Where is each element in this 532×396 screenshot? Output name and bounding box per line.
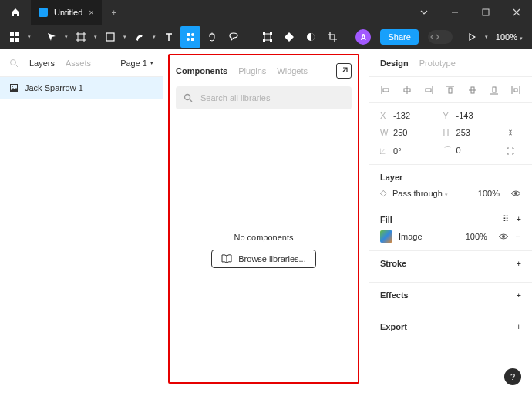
- layer-opacity[interactable]: 100%: [478, 189, 500, 198]
- svg-rect-10: [191, 38, 194, 41]
- book-icon: [221, 254, 232, 263]
- h-value[interactable]: 253: [456, 128, 470, 137]
- blend-mode[interactable]: Pass through ▾: [392, 189, 448, 198]
- svg-rect-5: [15, 38, 19, 42]
- tab-layers[interactable]: Layers: [29, 59, 55, 68]
- align-top-icon[interactable]: [445, 86, 456, 95]
- present-button[interactable]: ▾: [462, 26, 490, 48]
- avatar-initial: A: [361, 33, 366, 42]
- help-button[interactable]: ?: [504, 368, 521, 385]
- frame-tool[interactable]: ▾: [71, 26, 99, 48]
- align-vcenter-icon[interactable]: [467, 86, 478, 95]
- tab-assets[interactable]: Assets: [66, 59, 91, 68]
- zoom-level[interactable]: 100% ▾: [491, 32, 527, 42]
- layer-row-selected[interactable]: Jack Sparrow 1: [0, 77, 163, 99]
- fill-visibility-icon[interactable]: [498, 233, 509, 240]
- search-icon: [184, 93, 193, 102]
- distribute-icon[interactable]: [510, 86, 521, 95]
- blend-icon[interactable]: ◇: [380, 188, 386, 198]
- rotation-value[interactable]: 0°: [393, 146, 402, 156]
- layer-name: Jack Sparrow 1: [25, 83, 83, 92]
- edit-object-icon[interactable]: [258, 26, 278, 48]
- align-controls[interactable]: [369, 77, 532, 103]
- align-right-icon[interactable]: [423, 86, 434, 95]
- image-icon: [9, 83, 19, 92]
- remove-fill-icon[interactable]: −: [515, 231, 521, 242]
- svg-rect-13: [270, 32, 272, 35]
- independent-corners-icon[interactable]: [506, 146, 521, 156]
- svg-rect-24: [383, 89, 389, 92]
- constrain-icon[interactable]: [506, 128, 521, 137]
- avatar[interactable]: A: [355, 29, 371, 45]
- svg-point-8: [191, 33, 194, 36]
- align-hcenter-icon[interactable]: [402, 86, 412, 95]
- figma-favicon: [39, 8, 48, 17]
- w-value[interactable]: 250: [393, 128, 407, 137]
- svg-rect-11: [264, 34, 271, 40]
- svg-rect-15: [270, 39, 272, 42]
- tab-plugins[interactable]: Plugins: [238, 66, 266, 76]
- svg-rect-3: [15, 32, 19, 36]
- tab-components[interactable]: Components: [176, 66, 227, 76]
- effects-section-label: Effects: [380, 290, 409, 300]
- resources-tool[interactable]: [180, 26, 200, 48]
- comment-tool[interactable]: [224, 26, 244, 48]
- svg-rect-6: [106, 33, 114, 41]
- fill-swatch[interactable]: [380, 230, 392, 243]
- align-bottom-icon[interactable]: [489, 86, 500, 95]
- svg-point-17: [11, 59, 16, 65]
- svg-point-20: [12, 86, 13, 87]
- svg-point-39: [502, 235, 505, 238]
- tab-untitled[interactable]: Untitled ×: [31, 0, 102, 25]
- fill-opacity[interactable]: 100%: [466, 232, 487, 241]
- svg-line-18: [15, 65, 18, 67]
- fill-type[interactable]: Image: [399, 232, 423, 241]
- window-chevron-icon[interactable]: [409, 8, 439, 16]
- chevron-down-icon: ▾: [485, 34, 488, 40]
- window-close-icon[interactable]: [501, 8, 532, 16]
- home-button[interactable]: [0, 7, 31, 18]
- layer-section-label: Layer: [380, 173, 402, 182]
- export-section-label: Export: [380, 322, 407, 331]
- create-component-icon[interactable]: [279, 26, 299, 48]
- new-tab-button[interactable]: +: [102, 8, 126, 17]
- tab-widgets[interactable]: Widgets: [277, 66, 308, 76]
- popout-icon[interactable]: [336, 63, 352, 79]
- shape-tool[interactable]: ▾: [100, 26, 128, 48]
- chevron-down-icon: ▾: [65, 34, 68, 40]
- tab-title: Untitled: [54, 8, 82, 17]
- search-icon[interactable]: [9, 59, 19, 68]
- window-maximize-icon[interactable]: [470, 8, 501, 16]
- y-value[interactable]: -143: [456, 111, 473, 120]
- add-export-icon[interactable]: +: [517, 322, 521, 331]
- browse-libraries-button[interactable]: Browse libraries...: [211, 250, 315, 268]
- x-value[interactable]: -132: [393, 111, 410, 120]
- pages-dropdown[interactable]: Page 1▾: [120, 59, 153, 68]
- svg-point-38: [514, 192, 517, 195]
- share-button[interactable]: Share: [380, 29, 418, 45]
- styles-icon[interactable]: ⠿: [503, 214, 509, 224]
- tab-prototype[interactable]: Prototype: [419, 59, 456, 68]
- mask-icon[interactable]: [301, 26, 321, 48]
- visibility-icon[interactable]: [510, 190, 521, 197]
- chevron-down-icon: ▾: [153, 34, 156, 40]
- pen-tool[interactable]: ▾: [130, 26, 157, 48]
- align-left-icon[interactable]: [380, 86, 391, 95]
- close-tab-icon[interactable]: ×: [89, 8, 93, 17]
- canvas-area[interactable]: Components Plugins Widgets Search all li…: [163, 49, 369, 396]
- add-effect-icon[interactable]: +: [517, 290, 521, 300]
- stroke-section-label: Stroke: [380, 259, 406, 268]
- main-menu-button[interactable]: ▾: [5, 26, 32, 48]
- add-fill-icon[interactable]: +: [517, 214, 521, 224]
- window-minimize-icon[interactable]: [439, 8, 470, 16]
- text-tool[interactable]: [159, 26, 179, 48]
- move-tool[interactable]: ▾: [42, 26, 69, 48]
- svg-point-21: [185, 95, 190, 100]
- hand-tool[interactable]: [202, 26, 222, 48]
- search-input[interactable]: Search all libraries: [176, 86, 352, 109]
- radius-value[interactable]: 0: [456, 146, 461, 155]
- add-stroke-icon[interactable]: +: [517, 259, 521, 268]
- crop-icon[interactable]: [322, 26, 342, 48]
- dev-mode-toggle[interactable]: [428, 30, 453, 44]
- tab-design[interactable]: Design: [380, 59, 409, 68]
